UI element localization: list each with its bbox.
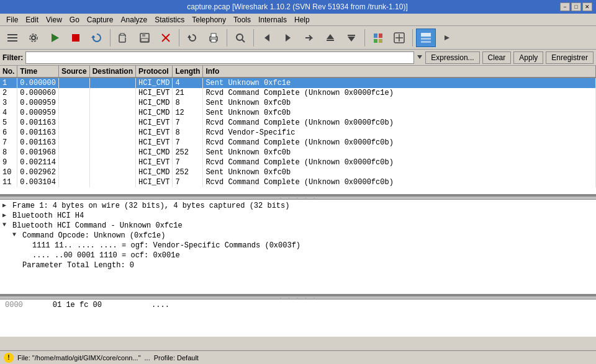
detail-ogf-text: 1111 11.. .... .... = ogf: Vendor-Specif… bbox=[32, 241, 300, 250]
menu-telephony[interactable]: Telephony bbox=[188, 15, 230, 25]
table-row[interactable]: 20.000060HCI_EVT21Rcvd Command Complete … bbox=[0, 88, 596, 98]
svg-rect-36 bbox=[421, 33, 431, 37]
detail-ocf-bits[interactable]: .... ..00 0001 1110 = ocf: 0x001e bbox=[2, 251, 594, 260]
close-file-button[interactable] bbox=[156, 29, 176, 47]
search-icon bbox=[234, 32, 246, 44]
detail-frame[interactable]: ▶ Frame 1: 4 bytes on wire (32 bits), 4 … bbox=[2, 201, 594, 211]
back-button[interactable] bbox=[257, 29, 277, 47]
svg-rect-19 bbox=[211, 33, 216, 37]
zoom-button[interactable] bbox=[389, 29, 409, 47]
menu-tools[interactable]: Tools bbox=[230, 15, 255, 25]
stop-capture-button[interactable] bbox=[66, 29, 86, 47]
detail-command-opcode[interactable]: ▼ Command Opcode: Unknown (0xfc1e) bbox=[2, 231, 594, 241]
zoom-icon bbox=[393, 32, 405, 44]
reload-icon bbox=[186, 32, 199, 44]
toolbar-separator-4 bbox=[253, 29, 254, 47]
filter-dropdown-button[interactable] bbox=[417, 53, 423, 62]
svg-marker-23 bbox=[264, 34, 269, 42]
interface-list-button[interactable] bbox=[2, 29, 22, 47]
col-info: Info bbox=[203, 66, 596, 78]
svg-rect-0 bbox=[7, 34, 17, 35]
top-button[interactable] bbox=[320, 29, 340, 47]
reload-button[interactable] bbox=[183, 29, 202, 47]
table-row[interactable]: 70.001163HCI_EVT7Rcvd Command Complete (… bbox=[0, 138, 596, 148]
view-mode-button[interactable] bbox=[416, 29, 436, 47]
detail-bluetooth-hci-text: Bluetooth HCI Command - Unknown 0xfc1e bbox=[12, 221, 183, 230]
svg-point-21 bbox=[237, 34, 243, 40]
menu-help[interactable]: Help bbox=[291, 15, 314, 25]
svg-marker-25 bbox=[327, 34, 334, 39]
view-mode-icon bbox=[420, 32, 432, 44]
menu-internals[interactable]: Internals bbox=[255, 15, 291, 25]
goto-icon bbox=[303, 32, 315, 44]
svg-rect-1 bbox=[7, 37, 17, 38]
titlebar: capture.pcap [Wireshark 1.10.2 (SVN Rev … bbox=[0, 0, 596, 14]
table-row[interactable]: 90.002114HCI_EVT7Rcvd Command Complete (… bbox=[0, 158, 596, 167]
toolbar-separator-3 bbox=[227, 29, 227, 47]
menu-file[interactable]: File bbox=[2, 15, 22, 25]
menu-analyze[interactable]: Analyze bbox=[117, 15, 151, 25]
status-icon: ! bbox=[4, 353, 14, 363]
menu-go[interactable]: Go bbox=[66, 15, 83, 25]
restart-button[interactable] bbox=[87, 29, 107, 47]
svg-line-22 bbox=[242, 40, 245, 42]
menu-edit[interactable]: Edit bbox=[22, 15, 42, 25]
menu-statistics[interactable]: Statistics bbox=[151, 15, 188, 25]
filter-input[interactable] bbox=[25, 51, 414, 64]
packet-list[interactable]: No. Time Source Destination Protocol Len… bbox=[0, 66, 596, 196]
detail-bluetooth-h4[interactable]: ▶ Bluetooth HCI H4 bbox=[2, 211, 594, 221]
svg-rect-38 bbox=[421, 41, 431, 43]
detail-ogf-bits[interactable]: 1111 11.. .... .... = ogf: Vendor-Specif… bbox=[2, 241, 594, 251]
status-file-info: File: "/home/matlo/git/GIMX/core/conn...… bbox=[17, 354, 141, 362]
save-file-button[interactable] bbox=[135, 29, 155, 47]
menu-view[interactable]: View bbox=[42, 15, 66, 25]
start-capture-button[interactable] bbox=[45, 29, 65, 47]
col-no: No. bbox=[0, 66, 17, 78]
svg-marker-24 bbox=[286, 34, 291, 42]
hex-dump: 0000 01 1e fc 00 .... bbox=[0, 300, 596, 337]
svg-rect-10 bbox=[120, 33, 124, 35]
table-row[interactable]: 50.001163HCI_EVT7Rcvd Command Complete (… bbox=[0, 118, 596, 128]
table-row[interactable]: 100.002962HCI_CMD252Sent Unknown 0xfc0b bbox=[0, 167, 596, 177]
table-row[interactable]: 110.003104HCI_EVT7Rcvd Command Complete … bbox=[0, 177, 596, 187]
goto-button[interactable] bbox=[299, 29, 319, 47]
detail-param-text: Parameter Total Length: 0 bbox=[22, 261, 134, 270]
svg-point-3 bbox=[32, 36, 35, 40]
menu-capture[interactable]: Capture bbox=[83, 15, 117, 25]
enregistrer-button[interactable]: Enregistrer bbox=[546, 51, 594, 64]
titlebar-title: capture.pcap [Wireshark 1.10.2 (SVN Rev … bbox=[187, 2, 408, 11]
table-row[interactable]: 80.001968HCI_CMD252Sent Unknown 0xfc0b bbox=[0, 148, 596, 158]
close-file-icon bbox=[160, 32, 172, 44]
colorize-icon bbox=[372, 32, 384, 44]
maximize-button[interactable]: □ bbox=[571, 2, 581, 11]
col-protocol: Protocol bbox=[135, 66, 172, 78]
bottom-button[interactable] bbox=[341, 29, 361, 47]
table-row[interactable]: 60.001163HCI_EVT8Rcvd Vendor-Specific bbox=[0, 128, 596, 138]
print-button[interactable] bbox=[204, 29, 224, 47]
capture-options-button[interactable] bbox=[24, 29, 43, 47]
expression-button[interactable]: Expression... bbox=[425, 51, 479, 64]
svg-marker-17 bbox=[187, 35, 191, 38]
svg-point-4 bbox=[30, 34, 37, 42]
detail-frame-text: Frame 1: 4 bytes on wire (32 bits), 4 by… bbox=[12, 202, 289, 210]
more-options-button[interactable] bbox=[437, 29, 457, 47]
forward-button[interactable] bbox=[278, 29, 298, 47]
opcode-expand-icon: ▼ bbox=[12, 231, 20, 238]
detail-bluetooth-h4-text: Bluetooth HCI H4 bbox=[12, 211, 84, 220]
packet-detail[interactable]: ▶ Frame 1: 4 bytes on wire (32 bits), 4 … bbox=[0, 200, 596, 296]
colorize-button[interactable] bbox=[368, 29, 388, 47]
apply-button[interactable]: Apply bbox=[513, 51, 543, 64]
table-row[interactable]: 40.000959HCI_CMD12Sent Unknown 0xfc0b bbox=[0, 108, 596, 118]
svg-rect-9 bbox=[119, 35, 125, 42]
find-button[interactable] bbox=[230, 29, 250, 47]
open-icon bbox=[117, 32, 130, 44]
table-row[interactable]: 10.000000HCI_CMD4Sent Unknown 0xfc1e bbox=[0, 78, 596, 88]
detail-bluetooth-hci-cmd[interactable]: ▼ Bluetooth HCI Command - Unknown 0xfc1e bbox=[2, 221, 594, 231]
close-button[interactable]: ✕ bbox=[582, 2, 592, 11]
open-file-button[interactable] bbox=[114, 29, 133, 47]
minimize-button[interactable]: − bbox=[560, 2, 570, 11]
table-row[interactable]: 30.000959HCI_CMD8Sent Unknown 0xfc0b bbox=[0, 98, 596, 108]
detail-param-length[interactable]: Parameter Total Length: 0 bbox=[2, 260, 594, 270]
clear-button[interactable]: Clear bbox=[482, 51, 512, 64]
detail-opcode-text: Command Opcode: Unknown (0xfc1e) bbox=[22, 231, 165, 240]
